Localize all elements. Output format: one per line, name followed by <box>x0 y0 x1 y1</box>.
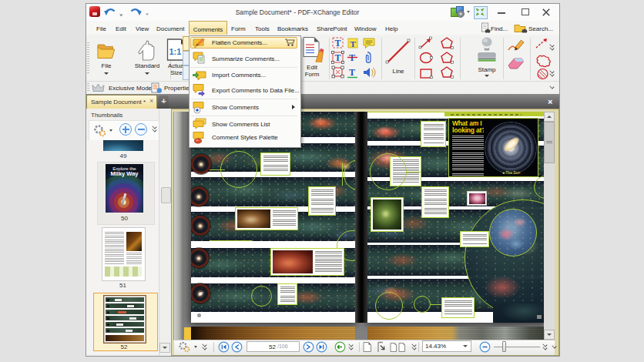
svg-text:T: T <box>335 38 341 49</box>
svg-text:T: T <box>351 39 357 49</box>
svg-text:1:1: 1:1 <box>169 47 182 56</box>
svg-text:T: T <box>335 52 341 63</box>
svg-text:T: T <box>349 67 355 78</box>
